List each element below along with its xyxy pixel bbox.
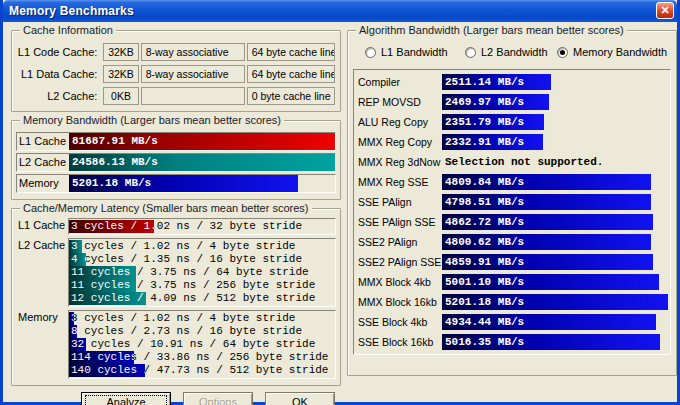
cache-line-value: 64 byte cache line <box>247 43 335 61</box>
close-icon[interactable]: ✕ <box>656 2 674 19</box>
titlebar[interactable]: Memory Benchmarks ✕ <box>3 0 677 22</box>
algo-row-compiler: Compiler 2511.14 MB/s <box>356 72 668 92</box>
algo-bar: 4862.72 MB/s <box>442 214 653 230</box>
cache-row-label: L1 Code Cache: <box>17 43 101 61</box>
latency-bar: 11 cycles / 3.75 ns / 256 byte stride <box>69 279 136 292</box>
cache-line-value: 64 byte cache line <box>247 65 335 83</box>
algo-bar: 4934.44 MB/s <box>442 314 656 330</box>
radio-memory-bandwidth[interactable]: Memory Bandwidth <box>557 46 667 58</box>
latency-bar: 12 cycles / 4.09 ns / 512 byte stride <box>69 292 146 305</box>
latency-row: 3 cycles / 1.02 ns / 4 byte stride 3 cyc… <box>69 240 335 253</box>
latency-box: 3 cycles / 1.02 ns / 4 byte stride 3 cyc… <box>68 310 336 379</box>
cache-row-label: L1 Data Cache: <box>17 65 101 83</box>
latency-group: Cache/Memory Latency (Smaller bars mean … <box>11 208 341 386</box>
ok-button[interactable]: OK <box>265 392 335 405</box>
table-row: L2 Cache: 0KB 0 byte cache line <box>17 87 335 105</box>
algo-value: 5201.18 MB/s <box>442 296 524 308</box>
algo-bar-zone: 2469.97 MB/s <box>442 94 668 110</box>
latency-row: 11 cycles / 3.75 ns / 256 byte stride 11… <box>69 279 335 292</box>
cache-assoc-value: 8-way associative <box>141 65 245 83</box>
cache-information-title: Cache Information <box>20 24 116 36</box>
algo-bar: 4798.51 MB/s <box>442 194 651 210</box>
latency-bar: 3 cycles / 1.02 ns / 32 byte stride <box>69 220 154 233</box>
algo-bar-zone: 4934.44 MB/s <box>442 314 668 330</box>
algo-bar-zone: 5016.35 MB/s <box>442 334 668 350</box>
cache-line-value: 0 byte cache line <box>247 87 335 105</box>
memory-bandwidth-title: Memory Bandwidth (Larger bars mean bette… <box>20 114 284 126</box>
algo-bar-zone: 5201.18 MB/s <box>442 294 668 310</box>
bandwidth-value: 81687.91 MB/s <box>69 135 158 147</box>
algo-row-mmx-reg-3dnow: MMX Reg 3dNow Selection not supported. <box>356 152 668 172</box>
algo-bar: 5201.18 MB/s <box>442 294 668 310</box>
radio-icon[interactable] <box>557 47 568 58</box>
cache-size-value: 0KB <box>103 87 138 105</box>
latency-bar: 3 cycles / 1.02 ns / 4 byte stride <box>69 240 82 253</box>
cache-size-value: 32KB <box>103 65 138 83</box>
latency-bar: 140 cycles / 47.73 ns / 512 byte stride <box>69 364 145 377</box>
algorithm-bandwidth-title: Algorithm Bandwidth (Larger bars mean be… <box>356 24 627 36</box>
cache-assoc-value <box>141 87 245 105</box>
algo-row-alu-reg-copy: ALU Reg Copy 2351.79 MB/s <box>356 112 668 132</box>
algo-row-mmx-reg-copy: MMX Reg Copy 2332.91 MB/s <box>356 132 668 152</box>
radio-l1-bandwidth[interactable]: L1 Bandwidth <box>353 46 465 58</box>
latency-box: 3 cycles / 1.02 ns / 32 byte stride 3 cy… <box>68 218 336 235</box>
algo-value: 2332.91 MB/s <box>442 136 524 148</box>
latency-section-l2: L2 Cache 3 cycles / 1.02 ns / 4 byte str… <box>16 238 336 307</box>
dialog-content: Cache Information L1 Code Cache: 32KB 8-… <box>3 22 677 402</box>
cache-size-value: 32KB <box>103 43 138 61</box>
radio-label: L2 Bandwidth <box>481 46 548 58</box>
algo-bar: 2511.14 MB/s <box>442 74 551 90</box>
latency-text: 32 cycles / 10.91 ns / 64 byte stride <box>69 338 315 350</box>
algo-label: MMX Block 4kb <box>356 276 442 288</box>
analyze-button[interactable]: Analyze <box>81 392 171 405</box>
l2-bandwidth-bar: 24586.13 MB/s <box>69 154 335 171</box>
radio-l2-bandwidth[interactable]: L2 Bandwidth <box>465 46 557 58</box>
algo-bar-zone: 2511.14 MB/s <box>442 74 668 90</box>
latency-box: 3 cycles / 1.02 ns / 4 byte stride 3 cyc… <box>68 238 336 307</box>
algo-label: SSE Block 4kb <box>356 316 442 328</box>
latency-bar: 11 cycles / 3.75 ns / 64 byte stride <box>69 266 136 279</box>
algo-bar: 2351.79 MB/s <box>442 114 544 130</box>
algo-label: MMX Block 16kb <box>356 296 442 308</box>
latency-text: 3 cycles / 1.02 ns / 4 byte stride <box>69 312 295 324</box>
bandwidth-bar-zone: 24586.13 MB/s <box>69 154 335 171</box>
algo-value: 4800.62 MB/s <box>442 236 524 248</box>
latency-row: 11 cycles / 3.75 ns / 64 byte stride 11 … <box>69 266 335 279</box>
latency-row: 12 cycles / 4.09 ns / 512 byte stride 12… <box>69 292 335 305</box>
latency-section-label: Memory <box>16 310 68 379</box>
bandwidth-radio-group: L1 Bandwidth L2 Bandwidth Memory Bandwid… <box>353 43 671 61</box>
radio-label: L1 Bandwidth <box>381 46 448 58</box>
algo-value: 2511.14 MB/s <box>442 76 524 88</box>
cache-information-group: Cache Information L1 Code Cache: 32KB 8-… <box>11 30 341 112</box>
algo-bar-zone: 5001.10 MB/s <box>442 274 668 290</box>
button-row: Analyze Options OK <box>81 392 341 405</box>
algo-bar-zone: 2332.91 MB/s <box>442 134 668 150</box>
algo-row-sse2-palign: SSE2 PAlign 4800.62 MB/s <box>356 232 668 252</box>
algo-bar: 2469.97 MB/s <box>442 94 549 110</box>
algo-value: 4809.84 MB/s <box>442 176 524 188</box>
algo-label: Compiler <box>356 76 442 88</box>
radio-icon[interactable] <box>365 47 376 58</box>
algo-label: REP MOVSD <box>356 96 442 108</box>
latency-bar: 114 cycles / 33.86 ns / 256 byte stride <box>69 351 134 364</box>
radio-label: Memory Bandwidth <box>573 46 667 58</box>
bandwidth-bar-zone: 81687.91 MB/s <box>69 133 335 150</box>
algo-value: 4798.51 MB/s <box>442 196 524 208</box>
bandwidth-row-l2: L2 Cache 24586.13 MB/s <box>16 153 336 172</box>
algo-label: SSE2 PAlign SSE <box>356 256 442 268</box>
algo-row-sse-block-4kb: SSE Block 4kb 4934.44 MB/s <box>356 312 668 332</box>
bandwidth-row-label: L2 Cache <box>17 154 69 171</box>
algo-bar-zone: 4859.91 MB/s <box>442 254 668 270</box>
algo-bar-zone: 4800.62 MB/s <box>442 234 668 250</box>
radio-icon[interactable] <box>465 47 476 58</box>
algo-label: SSE Block 16kb <box>356 336 442 348</box>
latency-row: 4 cycles / 1.35 ns / 16 byte stride 4 cy… <box>69 253 335 266</box>
latency-row: 140 cycles / 47.73 ns / 512 byte stride … <box>69 364 335 377</box>
algo-label: MMX Reg SSE <box>356 176 442 188</box>
latency-bar: 32 cycles / 10.91 ns / 64 byte stride <box>69 338 86 351</box>
algo-row-rep-movsd: REP MOVSD 2469.97 MB/s <box>356 92 668 112</box>
latency-row: 3 cycles / 1.02 ns / 4 byte stride 3 cyc… <box>69 312 335 325</box>
algo-bar: 5016.35 MB/s <box>442 334 660 350</box>
algo-row-mmx-block-16kb: MMX Block 16kb 5201.18 MB/s <box>356 292 668 312</box>
latency-row: 3 cycles / 1.02 ns / 32 byte stride 3 cy… <box>69 220 335 233</box>
